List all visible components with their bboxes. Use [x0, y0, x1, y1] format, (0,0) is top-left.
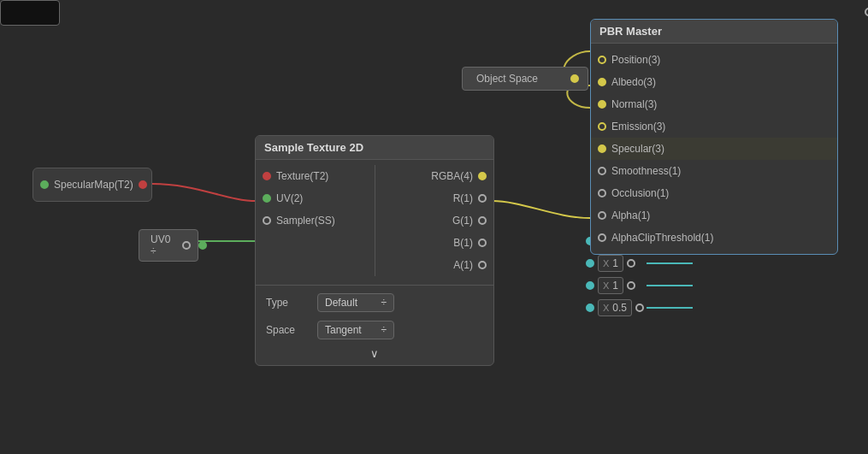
g-mult-right-dot — [627, 259, 635, 268]
a-output-label: A(1) — [453, 259, 473, 271]
type-row: Type Default ÷ — [256, 289, 493, 316]
a-mult-left-dot — [586, 304, 594, 312]
texture-input-label: Texture(T2) — [276, 170, 328, 182]
uv-input-label: UV(2) — [276, 192, 303, 204]
space-chevron: ÷ — [381, 324, 387, 336]
object-space-node: Object Space — [462, 67, 588, 91]
b-mult-right-dot — [627, 281, 635, 290]
normal-port-row: Normal(3) — [591, 93, 837, 115]
rgba-output-label: RGBA(4) — [431, 170, 473, 182]
uv0-node[interactable]: UV0 ÷ — [139, 229, 198, 262]
specular-map-node: SpecularMap(T2) — [32, 168, 152, 202]
space-dropdown[interactable]: Tangent ÷ — [317, 321, 394, 339]
sampler-input-row: Sampler(SS) — [256, 209, 375, 232]
specular-label: Specular(3) — [611, 143, 664, 155]
occlusion-label: Occlusion(1) — [611, 187, 669, 199]
g-mult-box: X 1 — [598, 255, 623, 272]
specular-dot — [598, 144, 606, 153]
g-mult-left-dot — [586, 259, 594, 268]
uv0-label: UV0 ÷ — [151, 233, 170, 257]
emission-dot — [598, 122, 606, 131]
b-output-dot — [478, 239, 487, 247]
alphaclip-port-row: AlphaClipThreshold(1) — [591, 227, 837, 249]
position-label: Position(3) — [611, 54, 660, 66]
g-output-dot — [478, 216, 487, 225]
alphaclip-label: AlphaClipThreshold(1) — [611, 232, 713, 244]
normal-dot — [598, 100, 606, 109]
emission-label: Emission(3) — [611, 121, 665, 133]
uv-input-dot — [263, 194, 271, 203]
occlusion-dot — [598, 189, 606, 198]
a-mult-value: 0.5 — [612, 302, 627, 314]
specular-map-left-dot — [40, 180, 49, 189]
specular-map-right-dot — [139, 180, 147, 189]
texture-input-dot — [263, 172, 271, 180]
specular-port-row: Specular(3) — [591, 138, 837, 160]
b-mult-left-dot — [586, 281, 594, 290]
normal-label: Normal(3) — [611, 98, 657, 110]
uv0-right-dot — [198, 241, 207, 250]
a-mult-row: X 0.5 — [586, 297, 644, 319]
b-output-row: B(1) — [375, 232, 494, 254]
smoothness-port-row: Smoothness(1) — [591, 160, 837, 182]
uv0-left-dot — [182, 241, 191, 250]
color-swatch-node — [0, 0, 60, 26]
sample-texture-inputs: Texture(T2) UV(2) Sampler(SS) — [256, 165, 375, 276]
pbr-master-title: PBR Master — [591, 20, 837, 44]
type-label: Type — [266, 297, 309, 309]
g-x-label: X — [603, 258, 609, 268]
specular-map-port-row: SpecularMap(T2) — [33, 174, 151, 196]
a-x-label: X — [603, 303, 609, 313]
object-space-label: Object Space — [476, 73, 538, 85]
occlusion-port-row: Occlusion(1) — [591, 182, 837, 204]
a-mult-right-dot — [635, 304, 644, 312]
albedo-dot — [598, 78, 606, 86]
sampler-input-label: Sampler(SS) — [276, 215, 335, 227]
emission-port-row: Emission(3) — [591, 115, 837, 138]
specular-map-label: SpecularMap(T2) — [54, 179, 133, 191]
type-dropdown[interactable]: Default ÷ — [317, 293, 394, 312]
position-port-row: Position(3) — [591, 49, 837, 71]
r-output-row: R(1) — [375, 187, 494, 209]
alphaclip-dot — [598, 233, 606, 242]
space-value: Tangent — [325, 324, 362, 336]
sample-texture-title: Sample Texture 2D — [256, 136, 493, 160]
sample-texture-outputs: RGBA(4) R(1) G(1) B(1) A(1) — [375, 165, 494, 276]
alpha-dot — [598, 211, 606, 220]
b-x-label: X — [603, 280, 609, 291]
rgba-output-dot — [478, 172, 487, 180]
r-output-label: R(1) — [453, 192, 473, 204]
space-row: Space Tangent ÷ — [256, 316, 493, 344]
b-output-label: B(1) — [453, 237, 473, 249]
alpha-label: Alpha(1) — [611, 209, 650, 221]
a-output-dot — [478, 261, 487, 269]
albedo-port-row: Albedo(3) — [591, 71, 837, 93]
sampler-input-dot — [263, 216, 271, 225]
type-chevron: ÷ — [381, 297, 387, 309]
object-space-dot — [570, 74, 579, 83]
alpha-port-row: Alpha(1) — [591, 204, 837, 227]
smoothness-label: Smoothness(1) — [611, 165, 681, 177]
expand-chevron[interactable]: ∨ — [256, 344, 493, 365]
uv-input-row: UV(2) — [256, 187, 375, 209]
smoothness-dot — [598, 167, 606, 175]
b-mult-value: 1 — [612, 280, 618, 292]
color-swatch-right-dot — [865, 8, 868, 16]
pbr-master-ports: Position(3) Albedo(3) Normal(3) Emission… — [591, 44, 837, 254]
g-mult-row: X 1 — [586, 252, 644, 274]
g-mult-value: 1 — [612, 257, 618, 269]
r-output-dot — [478, 194, 487, 203]
albedo-label: Albedo(3) — [611, 76, 656, 88]
a-output-row: A(1) — [375, 254, 494, 276]
position-dot — [598, 56, 606, 64]
b-mult-box: X 1 — [598, 277, 623, 294]
rgba-output-row: RGBA(4) — [375, 165, 494, 187]
g-output-row: G(1) — [375, 209, 494, 232]
g-output-label: G(1) — [452, 215, 473, 227]
sample-texture-node: Sample Texture 2D Texture(T2) UV(2) Samp… — [255, 135, 494, 366]
space-label: Space — [266, 324, 309, 336]
type-value: Default — [325, 297, 357, 309]
texture-input-row: Texture(T2) — [256, 165, 375, 187]
color-swatch-label — [1, 2, 8, 15]
pbr-master-node: PBR Master Position(3) Albedo(3) Normal(… — [590, 19, 838, 255]
